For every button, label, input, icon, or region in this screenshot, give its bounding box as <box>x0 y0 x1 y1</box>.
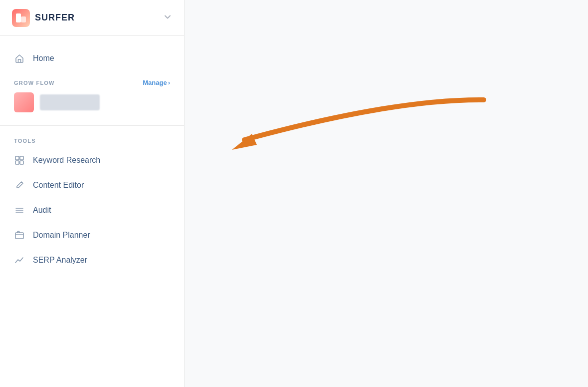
domain-icon <box>14 230 25 241</box>
grow-flow-content <box>0 92 184 118</box>
divider <box>0 125 184 126</box>
svg-rect-0 <box>15 156 19 160</box>
content-editor-label: Content Editor <box>33 181 84 190</box>
audit-label: Audit <box>33 206 51 215</box>
grow-flow-blurred-text <box>40 94 100 110</box>
grow-flow-section: GROW FLOW Manage › <box>0 71 184 123</box>
grid-icon <box>14 155 25 166</box>
manage-label: Manage <box>143 79 167 86</box>
logo-area: SURFER <box>12 9 75 27</box>
arrow-annotation <box>185 80 504 160</box>
sidebar-item-content-editor[interactable]: Content Editor <box>0 173 184 198</box>
manage-link[interactable]: Manage › <box>143 79 170 86</box>
grow-flow-thumbnail <box>14 92 34 112</box>
sidebar-item-domain-planner[interactable]: Domain Planner <box>0 223 184 248</box>
sidebar: SURFER Home GROW FLOW Manage <box>0 0 185 387</box>
svg-rect-1 <box>20 156 23 160</box>
audit-icon <box>14 205 25 216</box>
domain-planner-label: Domain Planner <box>33 231 90 240</box>
home-label: Home <box>33 54 54 63</box>
sidebar-item-serp-analyzer[interactable]: SERP Analyzer <box>0 248 184 273</box>
sidebar-item-home[interactable]: Home <box>0 46 184 71</box>
svg-marker-9 <box>232 134 257 150</box>
sidebar-navigation: Home GROW FLOW Manage › TOOLS <box>0 36 184 387</box>
serp-icon <box>14 255 25 266</box>
chevron-down-icon[interactable] <box>163 12 172 23</box>
serp-analyzer-label: SERP Analyzer <box>33 256 87 265</box>
sidebar-header: SURFER <box>0 0 184 36</box>
svg-rect-3 <box>20 161 23 164</box>
edit-icon <box>14 180 25 191</box>
keyword-research-label: Keyword Research <box>33 156 100 165</box>
surfer-logo-icon <box>12 9 30 27</box>
svg-rect-2 <box>15 161 19 164</box>
sidebar-item-audit[interactable]: Audit <box>0 198 184 223</box>
manage-chevron-icon: › <box>168 79 170 86</box>
svg-rect-7 <box>15 233 23 239</box>
tools-section-label: TOOLS <box>0 128 184 148</box>
grow-flow-section-label: GROW FLOW <box>14 80 55 86</box>
main-content <box>185 0 588 387</box>
brand-name: SURFER <box>35 12 75 23</box>
home-icon <box>14 53 25 64</box>
sidebar-item-keyword-research[interactable]: Keyword Research <box>0 148 184 173</box>
grow-flow-header: GROW FLOW Manage › <box>0 71 184 92</box>
